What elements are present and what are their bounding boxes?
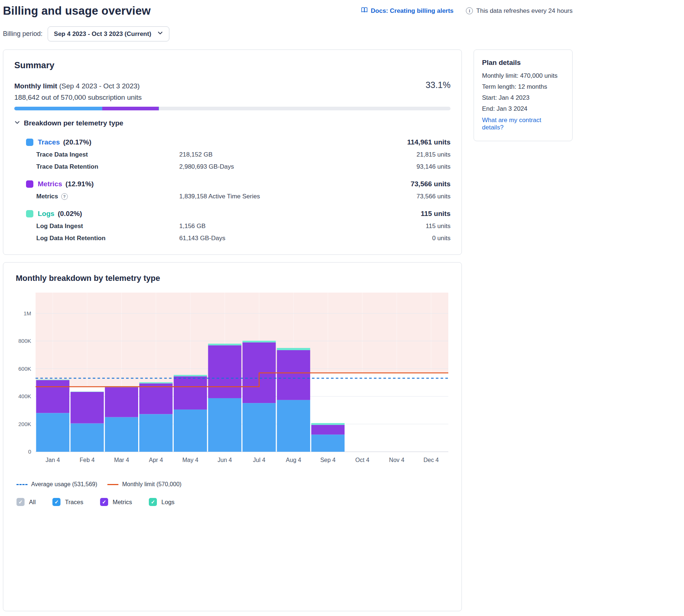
plan-start-date: Start: Jan 4 2023 (482, 92, 564, 103)
metrics-units: 73,566 units (411, 180, 451, 188)
breakdown-toggle-label: Breakdown per telemetry type (24, 119, 123, 127)
row-label: Trace Data Retention (36, 163, 179, 170)
svg-text:Jun 4: Jun 4 (218, 457, 232, 463)
filter-all-label: All (29, 499, 36, 506)
row-quantity: 2,980,693 GB-Days (179, 163, 416, 170)
group-logs: Logs (0.02%) 115 units Log Data Ingest 1… (26, 210, 451, 242)
usage-percent: 33.1% (426, 80, 451, 90)
legend-average-usage[interactable]: Average usage (531,569) (16, 481, 97, 488)
row-units: 21,815 units (416, 151, 451, 158)
all-checkbox[interactable]: ✓ (16, 498, 25, 506)
filter-traces[interactable]: ✓ Traces (52, 498, 83, 506)
traces-color-swatch (26, 139, 33, 146)
filter-all[interactable]: ✓ All (16, 498, 36, 506)
billing-period-value: Sep 4 2023 - Oct 3 2023 (Current) (54, 30, 151, 38)
traces-checkbox[interactable]: ✓ (52, 498, 60, 506)
svg-text:Feb 4: Feb 4 (80, 457, 95, 463)
table-row: Trace Data Retention 2,980,693 GB-Days 9… (26, 163, 451, 170)
logs-units: 115 units (421, 210, 451, 218)
plan-details-card: Plan details Monthly limit: 470,000 unit… (474, 50, 573, 141)
traces-link[interactable]: Traces (38, 138, 60, 146)
svg-text:Jul 4: Jul 4 (253, 457, 265, 463)
svg-text:May 4: May 4 (182, 457, 198, 463)
progress-metrics-segment (102, 107, 159, 110)
svg-text:Sep 4: Sep 4 (320, 457, 336, 463)
svg-text:Mar 4: Mar 4 (114, 457, 129, 463)
contract-details-link[interactable]: What are my contract details? (482, 117, 564, 131)
refresh-note: i This data refreshes every 24 hours (466, 7, 573, 15)
telemetry-breakdown: Traces (20.17%) 114,961 units Trace Data… (14, 138, 451, 242)
filter-metrics-label: Metrics (113, 499, 132, 506)
legend-average-label: Average usage (531,569) (31, 481, 97, 488)
docs-link-label: Docs: Creating billing alerts (371, 7, 454, 15)
svg-text:Dec 4: Dec 4 (423, 457, 439, 463)
page-content: Billing and usage overview Docs: Creatin… (3, 0, 573, 611)
telemetry-filters: ✓ All ✓ Traces ✓ Metrics ✓ Logs (12, 498, 453, 506)
row-units: 0 units (432, 235, 451, 242)
usage-chart[interactable]: 0200K400K600K800K1MJan 4Feb 4Mar 4Apr 4M… (12, 290, 453, 474)
logs-color-swatch (26, 210, 33, 217)
group-traces: Traces (20.17%) 114,961 units Trace Data… (26, 138, 451, 170)
billing-period-row: Billing period: Sep 4 2023 - Oct 3 2023 … (3, 26, 573, 41)
svg-text:Oct 4: Oct 4 (355, 457, 369, 463)
summary-card: Summary Monthly limit (Sep 4 2023 - Oct … (3, 50, 462, 255)
billing-period-label: Billing period: (3, 30, 43, 38)
docs-billing-alerts-link[interactable]: Docs: Creating billing alerts (361, 7, 454, 15)
refresh-note-text: This data refreshes every 24 hours (476, 7, 573, 15)
summary-heading: Summary (14, 60, 451, 70)
monthly-limit-label: Monthly limit (Sep 4 2023 - Oct 3 2023) (14, 82, 140, 90)
svg-text:1M: 1M (23, 310, 31, 316)
svg-text:Aug 4: Aug 4 (286, 457, 301, 463)
row-units: 73,566 units (416, 193, 451, 200)
chevron-down-icon (14, 119, 20, 127)
monthly-limit-row: Monthly limit (Sep 4 2023 - Oct 3 2023) … (14, 80, 451, 90)
filter-metrics[interactable]: ✓ Metrics (100, 498, 132, 506)
chart-area: 0200K400K600K800K1MJan 4Feb 4Mar 4Apr 4M… (12, 290, 453, 475)
progress-logs-segment (159, 107, 159, 110)
traces-percent: (20.17%) (63, 138, 91, 146)
chart-heading: Monthly breakdown by telemetry type (12, 274, 453, 283)
group-metrics: Metrics (12.91%) 73,566 units Metrics ? … (26, 180, 451, 200)
row-label: Metrics ? (36, 193, 179, 200)
row-quantity: 1,156 GB (179, 223, 426, 230)
logs-percent: (0.02%) (58, 210, 82, 218)
legend-monthly-limit[interactable]: Monthly limit (570,000) (107, 481, 181, 488)
legend-limit-label: Monthly limit (570,000) (122, 481, 181, 488)
svg-text:Apr 4: Apr 4 (149, 457, 163, 463)
info-icon: i (466, 7, 473, 14)
table-row: Metrics ? 1,839,158 Active Time Series 7… (26, 193, 451, 200)
svg-text:400K: 400K (18, 393, 31, 399)
chevron-down-icon (157, 30, 163, 38)
svg-text:200K: 200K (18, 421, 31, 427)
plan-monthly-limit: Monthly limit: 470,000 units (482, 70, 564, 81)
metrics-checkbox[interactable]: ✓ (100, 498, 108, 506)
help-icon[interactable]: ? (61, 193, 68, 200)
table-row: Log Data Ingest 1,156 GB 115 units (26, 223, 451, 230)
group-logs-header: Logs (0.02%) 115 units (26, 210, 451, 218)
table-row: Log Data Hot Retention 61,143 GB-Days 0 … (26, 235, 451, 242)
svg-text:600K: 600K (18, 366, 31, 372)
breakdown-toggle[interactable]: Breakdown per telemetry type (14, 119, 451, 127)
svg-text:0: 0 (28, 448, 31, 455)
logs-link[interactable]: Logs (38, 210, 54, 218)
filter-traces-label: Traces (65, 499, 83, 506)
chart-legend: Average usage (531,569) Monthly limit (5… (12, 481, 453, 488)
filter-logs-label: Logs (161, 499, 174, 506)
billing-period-select[interactable]: Sep 4 2023 - Oct 3 2023 (Current) (48, 26, 169, 41)
plan-details-heading: Plan details (482, 59, 564, 67)
page-header: Billing and usage overview Docs: Creatin… (3, 4, 573, 18)
usage-text: 188,642 out of 570,000 subscription unit… (14, 94, 451, 102)
metrics-link[interactable]: Metrics (38, 180, 62, 188)
row-label: Trace Data Ingest (36, 151, 179, 158)
svg-text:800K: 800K (18, 338, 31, 344)
traces-units: 114,961 units (407, 138, 451, 146)
progress-traces-segment (14, 107, 102, 110)
row-units: 93,146 units (416, 163, 451, 170)
logs-checkbox[interactable]: ✓ (149, 498, 157, 506)
header-right: Docs: Creating billing alerts i This dat… (361, 4, 573, 15)
plan-end-date: End: Jan 3 2024 (482, 103, 564, 114)
monthly-breakdown-card: Monthly breakdown by telemetry type 0200… (3, 262, 462, 611)
filter-logs[interactable]: ✓ Logs (149, 498, 174, 506)
row-quantity: 218,152 GB (179, 151, 416, 158)
svg-text:Nov 4: Nov 4 (389, 457, 404, 463)
